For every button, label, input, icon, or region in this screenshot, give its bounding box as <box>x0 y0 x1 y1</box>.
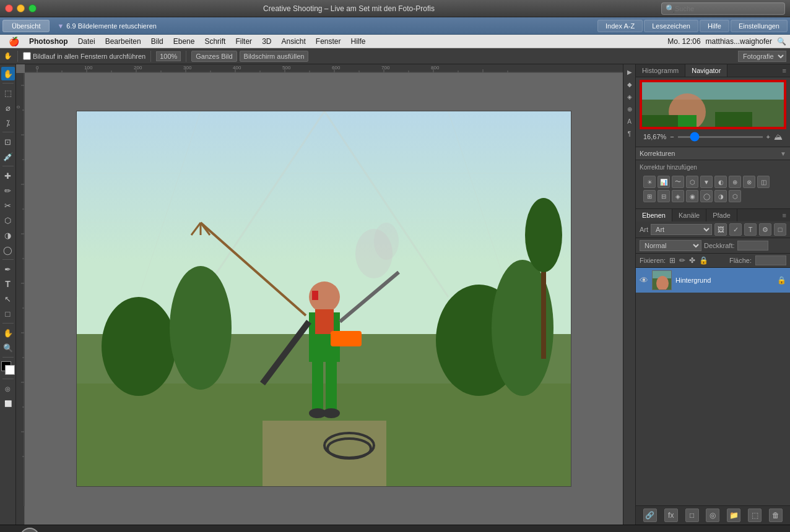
menu-ebene[interactable]: Ebene <box>168 36 200 47</box>
tab-histogramm[interactable]: Histogramm <box>636 64 685 77</box>
menu-bild[interactable]: Bild <box>146 36 168 47</box>
corr-selective-color[interactable]: ⬡ <box>729 190 741 202</box>
healing-tool[interactable]: ✚ <box>1 169 15 182</box>
eyedropper-tool[interactable]: 💉 <box>1 150 15 163</box>
zoom-tool-btn[interactable]: 🔍 <box>1 341 15 354</box>
pen-tool[interactable]: ✒ <box>1 262 15 276</box>
brush-tool[interactable]: ✏ <box>1 184 15 197</box>
shape-tool[interactable]: □ <box>1 307 15 320</box>
menubar-search[interactable]: 🔍 <box>777 37 786 46</box>
menu-filter[interactable]: Filter <box>230 36 257 47</box>
scroll-all-checkbox[interactable] <box>23 52 31 60</box>
overview-button[interactable]: Übersicht <box>2 20 50 32</box>
zoom-slider[interactable] <box>678 136 763 138</box>
workspace-select[interactable]: Fotografie <box>738 51 786 62</box>
corr-blackwhite[interactable]: ⊗ <box>743 176 755 188</box>
add-style-btn[interactable]: fx <box>664 508 678 522</box>
canvas-wrapper[interactable] <box>25 73 623 525</box>
corr-channelmixer[interactable]: ⊞ <box>643 190 656 202</box>
lock-move-icon[interactable]: ✤ <box>689 256 695 265</box>
blend-mode-select[interactable]: Normal <box>640 240 701 251</box>
corrections-header[interactable]: Korrekturen ▼ <box>636 147 790 160</box>
menu-ansicht[interactable]: Ansicht <box>276 36 310 47</box>
tab-pfade[interactable]: Pfade <box>706 209 737 221</box>
layer-icon-1[interactable]: 🖼 <box>714 223 727 236</box>
corr-levels[interactable]: 📊 <box>658 176 670 188</box>
menu-datei[interactable]: Datei <box>73 36 100 47</box>
corr-hue[interactable]: ◐ <box>714 176 727 188</box>
menu-fenster[interactable]: Fenster <box>311 36 346 47</box>
help-button[interactable]: Hilfe <box>700 20 729 32</box>
path-selection-tool[interactable]: ↖ <box>1 292 15 306</box>
corr-curves[interactable]: 〜 <box>672 176 684 188</box>
photoshop-canvas[interactable] <box>76 111 571 487</box>
delete-layer-btn[interactable]: 🗑 <box>769 508 783 522</box>
menu-3d[interactable]: 3D <box>257 36 276 47</box>
move-tool[interactable]: ✋ <box>1 67 15 80</box>
side-btn-6[interactable]: ¶ <box>625 129 635 139</box>
corr-colorbalance[interactable]: ⊕ <box>729 176 741 188</box>
app-menu-photoshop[interactable]: Photoshop <box>24 36 73 47</box>
settings-button[interactable]: Einstellungen <box>731 20 788 32</box>
lasso-tool[interactable]: ⌀ <box>1 101 15 114</box>
maximize-button[interactable] <box>28 4 37 12</box>
corr-invert[interactable]: ◈ <box>672 190 684 202</box>
new-group-btn[interactable]: 📁 <box>727 508 740 522</box>
bookmarks-button[interactable]: Lesezeichen <box>644 20 698 32</box>
search-box[interactable]: 🔍 <box>661 2 785 15</box>
new-layer-btn[interactable]: ⬚ <box>748 508 762 522</box>
background-color[interactable] <box>5 365 15 375</box>
corr-photofilter[interactable]: ◫ <box>757 176 770 188</box>
tab-kanaele[interactable]: Kanäle <box>672 209 706 221</box>
layer-row-hintergrund[interactable]: 👁 Hintergrund 🔒 <box>636 268 790 293</box>
layer-icon-3[interactable]: T <box>744 223 757 236</box>
layer-icon-4[interactable]: ⚙ <box>759 223 771 236</box>
layer-visibility-eye[interactable]: 👁 <box>640 275 648 285</box>
zoom-plus[interactable]: + <box>766 133 770 140</box>
side-btn-3[interactable]: ◈ <box>625 92 635 101</box>
layers-options[interactable]: ≡ <box>779 209 790 221</box>
zoom-minus[interactable]: − <box>670 133 674 140</box>
tab-ebenen[interactable]: Ebenen <box>636 209 672 221</box>
layer-icon-5[interactable]: □ <box>774 223 786 236</box>
color-picker[interactable] <box>1 361 15 375</box>
crop-tool[interactable]: ⊡ <box>1 135 15 148</box>
minimize-button[interactable] <box>17 4 25 12</box>
play-pause-btn[interactable]: ⏸ <box>20 528 40 533</box>
hand-tool[interactable]: ✋ <box>1 326 15 340</box>
corr-posterize[interactable]: ◉ <box>686 190 698 202</box>
corr-exposure[interactable]: ⬡ <box>686 176 698 188</box>
fill-input[interactable] <box>755 255 786 265</box>
gradient-tool[interactable]: ◑ <box>1 228 15 242</box>
tab-navigator[interactable]: Navigator <box>685 64 727 77</box>
eraser-tool[interactable]: ⬡ <box>1 213 15 227</box>
opacity-input[interactable] <box>737 241 768 251</box>
side-btn-1[interactable]: ▶ <box>625 67 635 77</box>
corr-colllookup[interactable]: ⊟ <box>658 190 670 202</box>
search-input[interactable] <box>675 5 774 12</box>
index-button[interactable]: Index A-Z <box>597 20 643 32</box>
apple-menu[interactable]: 🍎 <box>4 36 24 46</box>
quick-mask-tool[interactable]: ◎ <box>1 382 15 395</box>
menu-schrift[interactable]: Schrift <box>199 36 230 47</box>
fit-image-button[interactable]: Ganzes Bild <box>191 51 237 62</box>
side-btn-5[interactable]: A <box>625 116 635 126</box>
text-tool[interactable]: T <box>1 277 15 291</box>
zoom-input[interactable] <box>156 51 181 61</box>
panel-options[interactable]: ≡ <box>779 64 790 77</box>
corr-brightness[interactable]: ☀ <box>643 176 656 188</box>
magic-wand-tool[interactable]: ⁒ <box>1 116 15 129</box>
side-btn-4[interactable]: ⊕ <box>625 104 635 114</box>
layers-kind-select[interactable]: Art <box>651 224 712 235</box>
lock-brush-icon[interactable]: ✏ <box>679 256 685 265</box>
close-button[interactable] <box>5 4 13 12</box>
marquee-tool[interactable]: ⬚ <box>1 86 15 100</box>
lock-pos-icon[interactable]: ⊞ <box>669 256 675 265</box>
add-mask-btn[interactable]: □ <box>685 508 699 522</box>
corr-threshold[interactable]: ◯ <box>700 190 713 202</box>
layer-icon-2[interactable]: ✓ <box>729 223 742 236</box>
link-layers-btn[interactable]: 🔗 <box>643 508 657 522</box>
side-btn-2[interactable]: ◆ <box>625 79 635 89</box>
navigator-preview[interactable] <box>640 80 786 129</box>
clone-tool[interactable]: ✂ <box>1 199 15 212</box>
